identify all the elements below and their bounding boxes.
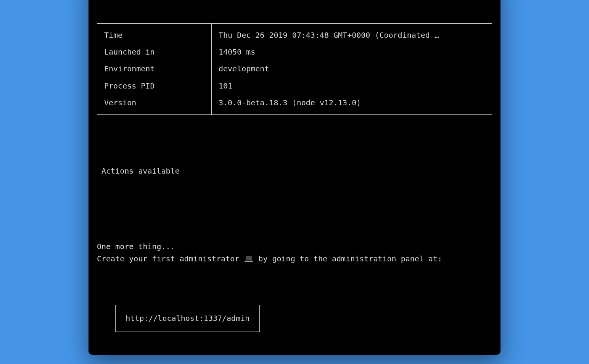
actions-heading: Actions available: [97, 165, 492, 177]
terminal-output: Time Thu Dec 26 2019 07:43:48 GMT+0000 (…: [89, 0, 500, 355]
instruction-line-1: One more thing...: [97, 242, 175, 251]
info-key: Launched in: [97, 43, 212, 60]
info-value: development: [212, 60, 492, 77]
admin-url: http://localhost:1337/admin: [126, 314, 249, 323]
terminal-window: Time Thu Dec 26 2019 07:43:48 GMT+0000 (…: [89, 0, 500, 355]
info-key: Time: [97, 23, 212, 43]
laptop-icon: [245, 256, 253, 262]
instruction-line-2-post: by going to the administration panel at:: [254, 254, 442, 263]
table-row: Version 3.0.0-beta.18.3 (node v12.13.0): [97, 94, 492, 114]
instruction-line-2-pre: Create your first administrator: [97, 254, 244, 263]
info-key: Version: [97, 94, 212, 114]
table-row: Time Thu Dec 26 2019 07:43:48 GMT+0000 (…: [97, 23, 492, 43]
info-value: 3.0.0-beta.18.3 (node v12.13.0): [212, 94, 492, 114]
admin-url-box: http://localhost:1337/admin: [115, 305, 260, 332]
info-key: Environment: [97, 60, 212, 77]
info-table-body: Time Thu Dec 26 2019 07:43:48 GMT+0000 (…: [97, 23, 492, 114]
info-value: Thu Dec 26 2019 07:43:48 GMT+0000 (Coord…: [212, 23, 492, 43]
table-row: Launched in 14050 ms: [97, 43, 492, 60]
info-value: 101: [212, 77, 492, 94]
info-key: Process PID: [97, 77, 212, 94]
instruction-text: One more thing... Create your first admi…: [97, 228, 492, 265]
info-value: 14050 ms: [212, 43, 492, 60]
table-row: Process PID 101: [97, 77, 492, 94]
info-table: Time Thu Dec 26 2019 07:43:48 GMT+0000 (…: [97, 23, 492, 115]
table-row: Environment development: [97, 60, 492, 77]
